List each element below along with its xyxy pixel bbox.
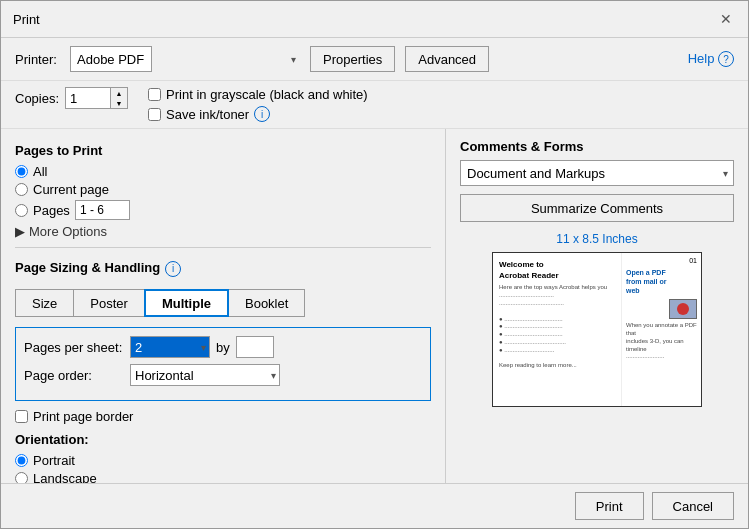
dialog-title: Print xyxy=(13,12,40,27)
all-radio[interactable] xyxy=(15,165,28,178)
page-sizing-section: Page Sizing & Handling i Size Poster Mul… xyxy=(15,256,431,424)
print-grayscale-row: Print in grayscale (black and white) xyxy=(148,87,368,102)
pages-range-label: Pages xyxy=(33,203,70,218)
advanced-button[interactable]: Advanced xyxy=(405,46,489,72)
print-grayscale-label: Print in grayscale (black and white) xyxy=(166,87,368,102)
divider-1 xyxy=(15,247,431,248)
preview-right-page: 01 Open a PDFfrom mail orweb When you an… xyxy=(621,253,701,406)
landscape-row: Landscape xyxy=(15,471,431,483)
sizing-header: Page Sizing & Handling i xyxy=(15,256,431,281)
print-page-border-label: Print page border xyxy=(33,409,133,424)
copies-decrement[interactable]: ▼ xyxy=(111,98,127,108)
preview-box: Welcome toAcrobat Reader Here are the to… xyxy=(492,252,702,407)
by-label: by xyxy=(216,340,230,355)
more-options-chevron: ▶ xyxy=(15,224,25,239)
save-ink-checkbox[interactable] xyxy=(148,108,161,121)
cf-select-wrap: Document and Markups Document Form Field… xyxy=(460,160,734,186)
pages-to-print-section: Pages to Print All Current page Pages xyxy=(15,143,431,239)
preview-left-heading: Welcome toAcrobat Reader xyxy=(499,259,615,281)
more-options-row[interactable]: ▶ More Options xyxy=(15,224,431,239)
print-page-border-row: Print page border xyxy=(15,409,431,424)
left-column: Pages to Print All Current page Pages xyxy=(1,129,446,483)
preview-area: 11 x 8.5 Inches Welcome toAcrobat Reader… xyxy=(460,232,734,407)
comments-forms-title: Comments & Forms xyxy=(460,139,734,154)
preview-left-text: Here are the top ways Acrobat helps you … xyxy=(499,284,615,370)
pages-per-sheet-select[interactable]: 2 4 xyxy=(130,336,210,358)
grayscale-group: Print in grayscale (black and white) Sav… xyxy=(148,87,368,122)
summarize-comments-button[interactable]: Summarize Comments xyxy=(460,194,734,222)
pages-per-sheet-select-wrap: 2 4 xyxy=(130,336,210,358)
pages-radio-row: Pages xyxy=(15,200,431,220)
portrait-row: Portrait xyxy=(15,453,431,468)
save-ink-row: Save ink/toner i xyxy=(148,106,368,122)
preview-inner: Welcome toAcrobat Reader Here are the to… xyxy=(493,253,701,406)
print-grayscale-checkbox[interactable] xyxy=(148,88,161,101)
portrait-label: Portrait xyxy=(33,453,75,468)
page-sizing-title: Page Sizing & Handling xyxy=(15,260,160,275)
pages-range-radio[interactable] xyxy=(15,204,28,217)
orientation-radio-group: Portrait Landscape Auto-rotate pages wit… xyxy=(15,453,431,483)
all-radio-label: All xyxy=(33,164,47,179)
all-radio-row: All xyxy=(15,164,431,179)
preview-bottom-text: When you annotate a PDF that includes 3-… xyxy=(626,322,697,361)
print-dialog: Print ✕ Printer: Adobe PDF Properties Ad… xyxy=(0,0,749,529)
copies-group: Copies: ▲ ▼ xyxy=(15,87,128,109)
close-button[interactable]: ✕ xyxy=(716,9,736,29)
landscape-radio[interactable] xyxy=(15,472,28,483)
current-page-radio-row: Current page xyxy=(15,182,431,197)
copies-input[interactable] xyxy=(65,87,110,109)
landscape-label: Landscape xyxy=(33,471,97,483)
preview-size-label: 11 x 8.5 Inches xyxy=(556,232,637,246)
pages-to-print-title: Pages to Print xyxy=(15,143,431,158)
preview-left-page: Welcome toAcrobat Reader Here are the to… xyxy=(493,253,621,406)
copies-input-wrap: ▲ ▼ xyxy=(65,87,128,109)
copies-increment[interactable]: ▲ xyxy=(111,88,127,98)
save-ink-label: Save ink/toner xyxy=(166,107,249,122)
properties-button[interactable]: Properties xyxy=(310,46,395,72)
tab-multiple[interactable]: Multiple xyxy=(144,289,229,317)
current-page-label: Current page xyxy=(33,182,109,197)
pages-per-sheet-row: Pages per sheet: 2 4 by xyxy=(24,336,422,358)
pages-radio-group: All Current page Pages xyxy=(15,164,431,220)
tab-booklet[interactable]: Booklet xyxy=(228,289,305,317)
current-page-radio[interactable] xyxy=(15,183,28,196)
right-column: Comments & Forms Document and Markups Do… xyxy=(446,129,748,483)
tab-poster[interactable]: Poster xyxy=(73,289,145,317)
title-bar: Print ✕ xyxy=(1,1,748,38)
printer-select-wrap: Adobe PDF xyxy=(70,46,300,72)
copies-spinner: ▲ ▼ xyxy=(110,87,128,109)
preview-page-num: 01 xyxy=(626,257,697,264)
preview-right-heading: Open a PDFfrom mail orweb xyxy=(626,268,697,295)
help-icon[interactable]: ? xyxy=(718,51,734,67)
tab-size[interactable]: Size xyxy=(15,289,74,317)
pages-per-sheet-label: Pages per sheet: xyxy=(24,340,124,355)
page-order-select-wrap: Horizontal Vertical xyxy=(130,364,280,386)
portrait-radio[interactable] xyxy=(15,454,28,467)
pages-range-input[interactable] xyxy=(75,200,130,220)
multiple-tab-content: Pages per sheet: 2 4 by Page order: xyxy=(15,327,431,401)
print-page-border-checkbox[interactable] xyxy=(15,410,28,423)
page-order-label: Page order: xyxy=(24,368,124,383)
copies-label: Copies: xyxy=(15,91,59,106)
bottom-bar: Print Cancel xyxy=(1,483,748,528)
by-input[interactable] xyxy=(236,336,274,358)
printer-row: Printer: Adobe PDF Properties Advanced H… xyxy=(1,38,748,81)
orientation-title: Orientation: xyxy=(15,432,431,447)
printer-select[interactable]: Adobe PDF xyxy=(70,46,152,72)
page-sizing-info-icon[interactable]: i xyxy=(165,261,181,277)
page-order-row: Page order: Horizontal Vertical xyxy=(24,364,422,386)
cf-select[interactable]: Document and Markups Document Form Field… xyxy=(460,160,734,186)
save-ink-info-icon[interactable]: i xyxy=(254,106,270,122)
print-button[interactable]: Print xyxy=(575,492,644,520)
orientation-section: Orientation: Portrait Landscape Auto-rot… xyxy=(15,432,431,483)
help-link[interactable]: Help ? xyxy=(688,51,734,68)
more-options-label: More Options xyxy=(29,224,107,239)
cancel-button[interactable]: Cancel xyxy=(652,492,734,520)
copies-row: Copies: ▲ ▼ Print in grayscale (black an… xyxy=(1,81,748,129)
main-content: Pages to Print All Current page Pages xyxy=(1,129,748,483)
page-order-select[interactable]: Horizontal Vertical xyxy=(130,364,280,386)
printer-label: Printer: xyxy=(15,52,60,67)
page-sizing-tabs: Size Poster Multiple Booklet xyxy=(15,289,431,317)
